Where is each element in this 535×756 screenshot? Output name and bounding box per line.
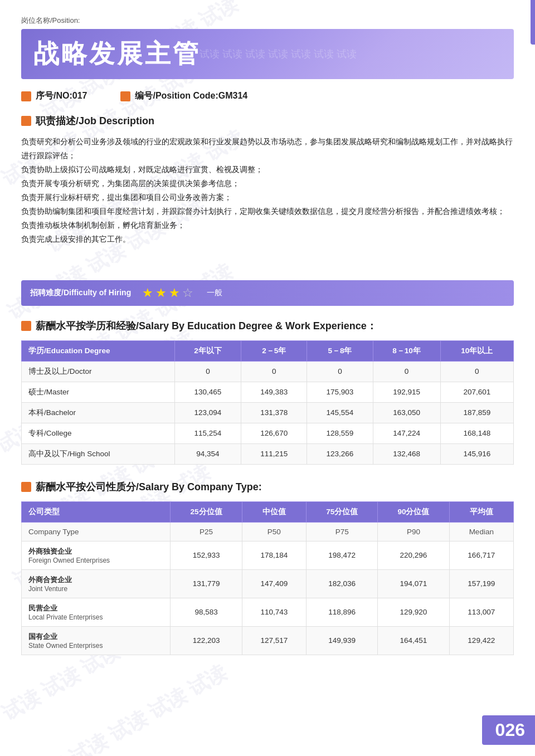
table-subheader-row: Company TypeP25P50P75P90Median (22, 522, 514, 541)
difficulty-label: 招聘难度/Difficulty of Hiring (30, 288, 131, 298)
table-header: 公司类型 (22, 501, 171, 522)
table-cell: 0 (440, 361, 513, 382)
table-cell: 145,554 (307, 402, 373, 423)
table-cell: 182,036 (307, 569, 378, 598)
table-header: 10年以上 (440, 340, 513, 361)
star-3: ★ (169, 286, 180, 300)
table-subheader-cell: Company Type (22, 522, 171, 541)
table-cell: 220,296 (378, 541, 449, 569)
table-header: 中位值 (242, 501, 306, 522)
table-cell: 0 (307, 361, 373, 382)
table-cell: 111,215 (241, 443, 307, 464)
table-cell: 高中及以下/High School (22, 443, 175, 464)
table-cell: 115,254 (174, 423, 241, 443)
page-number-container: 026 (482, 715, 535, 745)
title-banner: 战略发展主管 试读 试读 试读 试读 试读 试读 试读 (21, 29, 514, 79)
table-cell: 94,354 (174, 443, 241, 464)
table-header: 8－10年 (373, 340, 440, 361)
salary-edu-header: 薪酬水平按学历和经验/Salary By Education Degree & … (21, 319, 514, 333)
table-cell: 本科/Bachelor (22, 402, 175, 423)
table-cell: 博士及以上/Doctor (22, 361, 175, 382)
position-label: 岗位名称/Position: (21, 16, 514, 26)
table-cell: 145,916 (440, 443, 513, 464)
table-subheader-cell: Median (449, 522, 513, 541)
table-cell: 198,472 (307, 541, 378, 569)
company-name-cell: 民营企业Local Private Enterprises (22, 598, 171, 626)
table-cell: 113,007 (449, 598, 513, 626)
table-cell: 166,717 (449, 541, 513, 569)
table-cell: 164,451 (378, 626, 449, 655)
table-subheader-cell: P75 (307, 522, 378, 541)
orange-square-no (21, 91, 31, 101)
table-row: 专科/College115,254126,670128,559147,22416… (22, 423, 514, 443)
job-desc-line: 负责完成上级安排的其它工作。 (21, 233, 514, 247)
orange-square-code (120, 91, 130, 101)
star-1: ★ (142, 286, 153, 300)
star-4-empty: ☆ (182, 286, 193, 300)
table-cell: 187,859 (440, 402, 513, 423)
table-cell: 149,939 (307, 626, 378, 655)
job-desc-line: 负责开展行业标杆研究，提出集团和项目公司业务改善方案； (21, 191, 514, 205)
table-cell: 123,094 (174, 402, 241, 423)
table-cell: 130,465 (174, 382, 241, 402)
table-cell: 118,896 (307, 598, 378, 626)
table-subheader-cell: P50 (242, 522, 306, 541)
table-header: 2年以下 (174, 340, 241, 361)
table-cell: 129,422 (449, 626, 513, 655)
stars-container: ★ ★ ★ ☆ (142, 286, 193, 300)
job-desc-line: 负责协助上级拟订公司战略规划，对既定战略进行宣贯、检视及调整； (21, 163, 514, 177)
table-cell: 149,383 (241, 382, 307, 402)
table-cell: 0 (373, 361, 440, 382)
table-cell: 硕士/Master (22, 382, 175, 402)
orange-square-edu (21, 321, 31, 331)
table-cell: 147,409 (242, 569, 306, 598)
company-name-en: Local Private Enterprises (28, 613, 163, 621)
difficulty-section: 招聘难度/Difficulty of Hiring ★ ★ ★ ☆ 一般 (21, 280, 514, 306)
company-name-cell: 外商合资企业Joint Venture (22, 569, 171, 598)
table-cell: 98,583 (171, 598, 242, 626)
table-row: 博士及以上/Doctor00000 (22, 361, 514, 382)
company-name-cn: 外商独资企业 (28, 547, 163, 557)
job-desc-line: 负责协助编制集团和项目年度经营计划，并跟踪督办计划执行，定期收集关键绩效数据信息… (21, 205, 514, 219)
table-cell: 126,670 (241, 423, 307, 443)
salary-company-header: 薪酬水平按公司性质分/Salary By Company Type: (21, 480, 514, 494)
table-cell: 110,743 (242, 598, 306, 626)
table-header: 5－8年 (307, 340, 373, 361)
company-name-en: Joint Venture (28, 585, 163, 593)
job-desc-title: 职责描述/Job Description (36, 114, 154, 128)
orange-square-company (21, 482, 31, 492)
company-name-en: State Owned Enterprises (28, 642, 163, 650)
table-row: 硕士/Master130,465149,383175,903192,915207… (22, 382, 514, 402)
table-header: 学历/Education Degree (22, 340, 175, 361)
salary-company-table: 公司类型25分位值中位值75分位值90分位值平均值Company TypeP25… (21, 501, 514, 655)
table-cell: 131,779 (171, 569, 242, 598)
table-cell: 157,199 (449, 569, 513, 598)
table-cell: 207,601 (440, 382, 513, 402)
banner-watermark: 试读 试读 试读 试读 试读 试读 试读 (200, 47, 357, 61)
table-cell: 163,050 (373, 402, 440, 423)
table-subheader-cell: P25 (171, 522, 242, 541)
table-row: 外商合资企业Joint Venture131,779147,409182,036… (22, 569, 514, 598)
table-row: 高中及以下/High School94,354111,215123,266132… (22, 443, 514, 464)
table-row: 本科/Bachelor123,094131,378145,554163,0501… (22, 402, 514, 423)
salary-education-table: 学历/Education Degree2年以下2－5年5－8年8－10年10年以… (21, 340, 514, 465)
table-cell: 0 (174, 361, 241, 382)
table-row: 外商独资企业Foreign Owned Enterprises152,93317… (22, 541, 514, 569)
table-row: 国有企业State Owned Enterprises122,203127,51… (22, 626, 514, 655)
salary-company-section: 薪酬水平按公司性质分/Salary By Company Type: 公司类型2… (21, 480, 514, 655)
salary-edu-title: 薪酬水平按学历和经验/Salary By Education Degree & … (36, 319, 377, 333)
no-label: 序号/NO:017 (36, 90, 87, 102)
company-name-cn: 民营企业 (28, 603, 163, 613)
table-header: 90分位值 (378, 501, 449, 522)
table-cell: 129,920 (378, 598, 449, 626)
company-name-cn: 国有企业 (28, 632, 163, 642)
table-cell: 178,184 (242, 541, 306, 569)
company-name-cn: 外商合资企业 (28, 575, 163, 585)
table-row: 民营企业Local Private Enterprises98,583110,7… (22, 598, 514, 626)
job-desc-line: 负责推动板块体制机制创新，孵化培育新业务； (21, 219, 514, 233)
company-name-en: Foreign Owned Enterprises (28, 557, 163, 564)
table-subheader-cell: P90 (378, 522, 449, 541)
table-cell: 152,933 (171, 541, 242, 569)
meta-code: 编号/Position Code:GM314 (120, 90, 247, 102)
table-header: 25分位值 (171, 501, 242, 522)
